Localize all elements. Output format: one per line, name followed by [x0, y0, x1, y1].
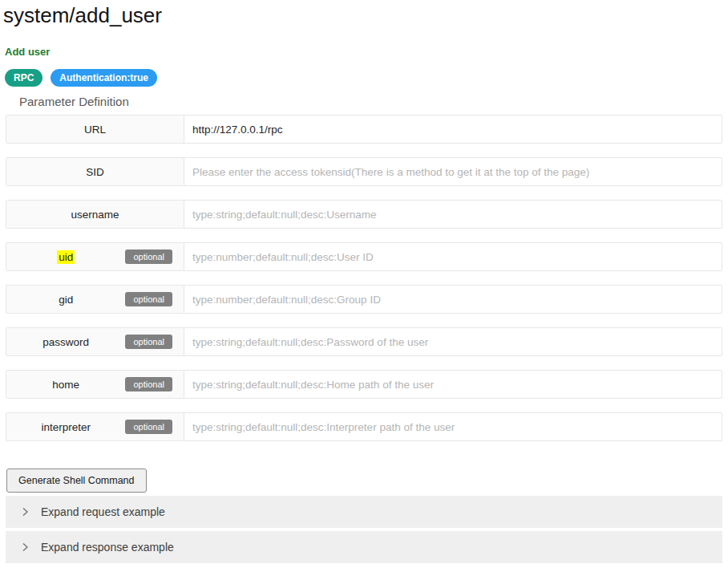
parameter-table: URL SID username uid optional gid option… [6, 115, 722, 441]
rpc-badge: RPC [5, 69, 42, 87]
table-row: URL [6, 115, 722, 144]
table-row: uid optional [6, 242, 722, 271]
param-label-cell: interpreter optional [6, 413, 184, 440]
param-input[interactable] [184, 158, 722, 185]
expander-label: Expand request example [41, 505, 165, 518]
chevron-right-icon [20, 507, 30, 517]
expander-request-example[interactable]: Expand request example [6, 496, 722, 528]
param-input[interactable] [184, 413, 722, 440]
optional-badge: optional [125, 335, 172, 349]
param-input[interactable] [184, 201, 722, 228]
param-label-cell: URL [6, 116, 184, 143]
param-input[interactable] [184, 243, 722, 270]
param-input[interactable] [184, 371, 722, 398]
api-description: Add user [5, 46, 728, 58]
param-label: gid [6, 294, 125, 306]
generate-shell-command-button[interactable]: Generate Shell Command [6, 469, 147, 493]
page-title: system/add_user [0, 0, 728, 28]
param-label-cell: username [6, 201, 184, 228]
table-row: username [6, 200, 722, 229]
badge-row: RPC Authentication:true [5, 69, 728, 87]
authentication-badge: Authentication:true [51, 69, 157, 87]
param-input[interactable] [184, 116, 722, 143]
expander-label: Expand response example [41, 541, 174, 554]
param-label-cell: SID [6, 158, 184, 185]
param-input[interactable] [184, 286, 722, 313]
param-label: home [6, 379, 125, 391]
param-label-cell: gid optional [6, 286, 184, 313]
param-label: password [6, 336, 125, 348]
table-row: interpreter optional [6, 412, 722, 441]
chevron-right-icon [20, 542, 30, 552]
param-input[interactable] [184, 328, 722, 355]
param-label: URL [6, 124, 184, 136]
table-row: SID [6, 157, 722, 186]
optional-badge: optional [125, 249, 172, 264]
param-label-cell: home optional [6, 371, 184, 398]
optional-badge: optional [125, 377, 172, 391]
param-label: uid [6, 251, 125, 263]
param-label: interpreter [6, 421, 125, 433]
table-row: gid optional [6, 285, 722, 314]
section-title-parameter-definition: Parameter Definition [19, 95, 728, 108]
param-label: username [6, 209, 184, 221]
expander-response-example[interactable]: Expand response example [6, 531, 722, 563]
table-row: home optional [6, 370, 722, 399]
param-label-cell: password optional [6, 328, 184, 355]
param-label: SID [6, 166, 184, 178]
optional-badge: optional [125, 420, 172, 434]
optional-badge: optional [125, 292, 172, 306]
table-row: password optional [6, 327, 722, 356]
param-label-cell: uid optional [6, 243, 184, 270]
